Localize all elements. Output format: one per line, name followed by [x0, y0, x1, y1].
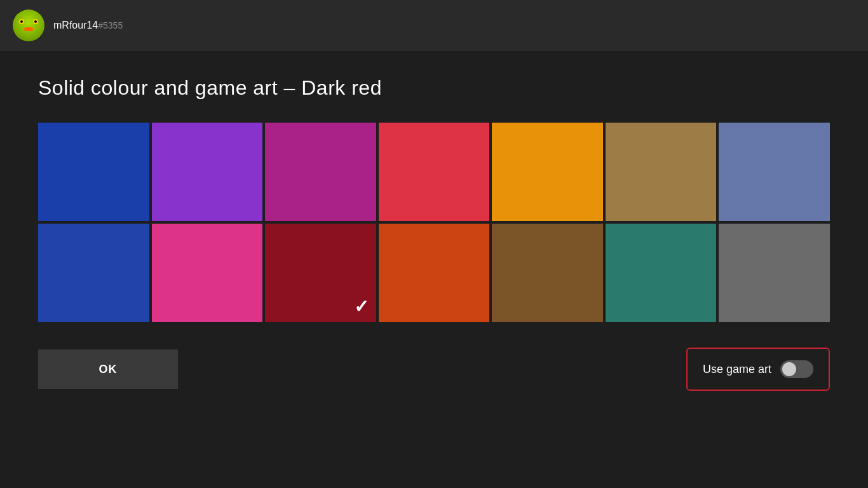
color-swatch-hot-pink[interactable] [152, 224, 263, 322]
toggle-knob [782, 362, 796, 376]
use-game-art-container[interactable]: Use game art [686, 348, 830, 391]
color-swatch-blue2[interactable] [38, 224, 149, 322]
color-swatch-tan[interactable] [606, 123, 717, 221]
topbar: mRfour14#5355 [0, 0, 868, 51]
color-swatch-slate-blue[interactable] [719, 123, 830, 221]
color-swatch-dark-blue[interactable] [38, 123, 149, 221]
bottom-bar: OK Use game art [38, 348, 830, 391]
color-swatch-brown[interactable] [492, 224, 603, 322]
color-swatch-teal[interactable] [606, 224, 717, 322]
page-title: Solid colour and game art – Dark red [38, 76, 830, 100]
username-tag: #5355 [98, 20, 123, 30]
user-info: mRfour14#5355 [53, 20, 123, 31]
username: mRfour14 [53, 20, 98, 30]
color-grid [38, 123, 830, 322]
ok-button[interactable]: OK [38, 349, 178, 389]
color-swatch-dark-red[interactable] [265, 224, 376, 322]
color-swatch-red[interactable] [379, 123, 490, 221]
color-swatch-burnt-orange[interactable] [379, 224, 490, 322]
color-swatch-gray[interactable] [719, 224, 830, 322]
color-swatch-purple[interactable] [152, 123, 263, 221]
color-swatch-magenta[interactable] [265, 123, 376, 221]
color-swatch-orange[interactable] [492, 123, 603, 221]
use-game-art-toggle[interactable] [780, 360, 813, 378]
use-game-art-label: Use game art [703, 363, 771, 376]
avatar [13, 10, 44, 41]
main-content: Solid colour and game art – Dark red OK … [0, 51, 868, 410]
